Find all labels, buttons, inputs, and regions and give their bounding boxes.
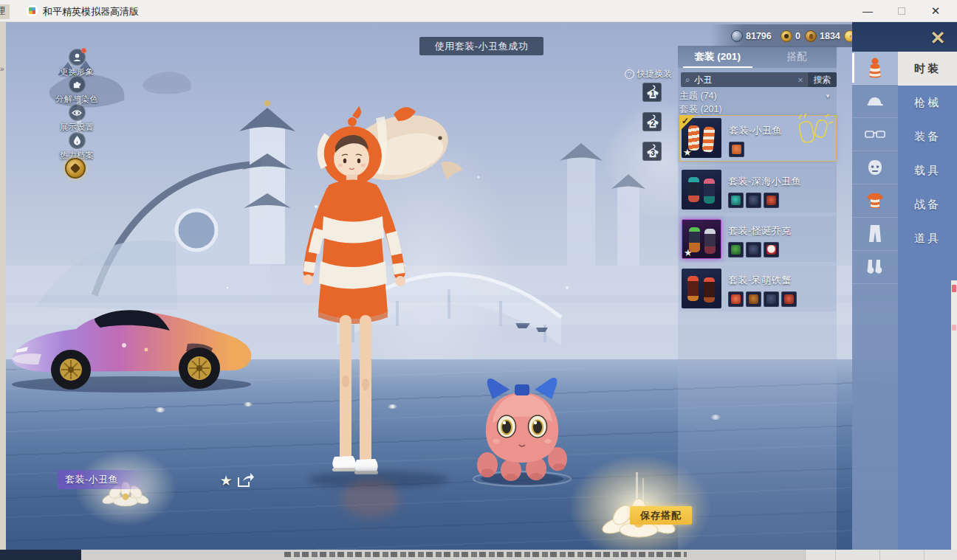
background-window-bottom [0, 550, 957, 560]
water-flower [244, 402, 253, 407]
sub-item-thumb[interactable] [746, 193, 761, 208]
sub-item-thumb[interactable] [764, 193, 779, 208]
clear-search-icon[interactable]: ✕ [794, 76, 807, 84]
category-label: 战备 [914, 198, 941, 212]
equipped-doodle-icon [793, 113, 834, 150]
close-button[interactable]: ✕ [923, 24, 953, 51]
minimize-button[interactable]: — [855, 0, 880, 22]
socks-icon [866, 259, 884, 275]
category-label: 载具 [914, 164, 941, 178]
outfit-thumbnail [682, 170, 721, 210]
maximize-icon [898, 7, 905, 15]
menu-heat-profile[interactable]: 热力档案 [53, 132, 100, 159]
favorite-button[interactable]: ★ [216, 471, 236, 490]
outfit-item-deepsea-clownfish[interactable]: 套装-深海小丑鱼 [679, 167, 837, 212]
menu-change-avatar[interactable]: 更换形象 [53, 49, 100, 75]
search-button[interactable]: 搜索 [807, 72, 837, 87]
menu-display-settings[interactable]: 展示设置 [53, 104, 100, 131]
sub-items [728, 291, 797, 307]
quick-slot-2[interactable]: 2 [642, 112, 662, 131]
quick-slot-1[interactable]: 1 [642, 83, 662, 102]
category-tab-vehicles[interactable]: 载具 [898, 153, 957, 187]
slot-number: 2 [643, 120, 662, 128]
outfit-item-joker[interactable]: ★ 套装-怪诞乔克 [679, 216, 837, 262]
tab-outfits[interactable]: 套装 (201) [678, 46, 758, 68]
category-tab-weapons[interactable]: 枪械 [898, 86, 957, 120]
category-label: 道具 [914, 232, 941, 246]
category-tab-fashion[interactable]: 时装 [898, 52, 957, 86]
dye-icon [69, 76, 86, 93]
menu-label: 展示设置 [53, 122, 100, 133]
silver-coin-icon [731, 30, 743, 42]
category-tab-battle[interactable]: 战备 [898, 187, 957, 221]
quick-change-header[interactable]: ? 快捷换装 [625, 68, 672, 80]
outfit-item-clownfish[interactable]: ★ 套装-小丑鱼 ✓ [679, 115, 837, 162]
currency-gold: 0 [781, 30, 800, 42]
mask-icon [866, 159, 884, 176]
category-label: 枪械 [914, 96, 941, 110]
slot-number: 3 [643, 149, 662, 157]
slot-tab-pants[interactable] [852, 218, 898, 251]
theme-filter-row[interactable]: 主题 (74) ▼ [679, 90, 837, 103]
outfit-name: 套装-深海小丑鱼 [728, 175, 801, 188]
sub-item-thumb[interactable] [728, 242, 744, 257]
slot-tab-outfit[interactable] [852, 52, 898, 85]
sub-item-thumb[interactable] [746, 291, 761, 307]
background-window-edge-right [951, 280, 957, 550]
outfit-item-iron-crab[interactable]: 套装-呆萌铁蟹 [679, 266, 837, 311]
tab-label: 搭配 [787, 50, 807, 63]
favorite-star-icon: ★ [683, 147, 692, 158]
sub-item-thumb[interactable] [781, 291, 797, 307]
notification-dot [81, 48, 86, 53]
background-window-edge-left: » [0, 22, 6, 550]
avatar-icon [69, 49, 86, 66]
quick-slot-3[interactable]: 3 [642, 142, 662, 161]
currency-value: 1834 [820, 31, 840, 41]
current-outfit-label: 套装-小丑鱼 [58, 470, 148, 489]
water-flower [155, 407, 165, 412]
bronze-coin-icon [805, 30, 817, 42]
flame-icon [69, 132, 86, 149]
save-loadout-button[interactable]: 保存搭配 [630, 506, 692, 525]
sub-item-thumb[interactable] [764, 242, 779, 257]
tab-label: 套装 (201) [695, 50, 741, 63]
help-icon[interactable]: ? [625, 69, 634, 79]
sub-item-thumb[interactable] [729, 142, 744, 157]
share-button[interactable] [236, 472, 254, 488]
sub-item-thumb[interactable] [728, 291, 744, 307]
chevron-down-icon: ▼ [825, 93, 831, 100]
tab-mix-match[interactable]: 搭配 [758, 46, 837, 68]
sub-item-thumb[interactable] [746, 242, 761, 257]
slot-tab-cap[interactable] [852, 85, 898, 118]
pants-icon [868, 224, 882, 243]
outfit-label-text: 套装-小丑鱼 [65, 473, 118, 486]
category-label: 装备 [914, 130, 941, 144]
slot-tab-glasses[interactable] [852, 118, 898, 151]
slot-tab-top[interactable] [852, 184, 898, 218]
sub-items [728, 193, 779, 208]
clipped-text-fragment [284, 552, 687, 557]
character-reflection [341, 480, 400, 518]
category-tab-items[interactable]: 道具 [898, 221, 957, 255]
sub-items [729, 142, 744, 157]
outfit-name: 套装-呆萌铁蟹 [728, 274, 792, 287]
outfit-name: 套装-小丑鱼 [729, 124, 782, 137]
window-title: 和平精英模拟器高清版 [43, 5, 139, 18]
slot-number: 1 [643, 90, 662, 98]
slot-tab-mask[interactable] [852, 151, 898, 184]
outfit-name: 套装-怪诞乔克 [728, 224, 792, 238]
share-icon [236, 472, 254, 488]
search-input[interactable]: 小丑 [694, 74, 794, 86]
app-window: 使用套装-小丑鱼成功 81796 0 1834 750787 ✕ [0, 0, 957, 560]
sub-item-thumb[interactable] [728, 193, 744, 208]
slot-tab-socks[interactable] [852, 251, 898, 284]
maximize-button[interactable] [889, 0, 914, 22]
search-icon: ⌕ [681, 75, 694, 85]
outfit-thumbnail: ★ [682, 219, 721, 259]
window-close-button[interactable]: ✕ [923, 0, 948, 22]
season-badge-icon[interactable] [65, 158, 87, 183]
quick-change-label: 快捷换装 [637, 68, 672, 80]
menu-dismantle-dye[interactable]: 分解与染色 [53, 76, 100, 103]
sub-item-thumb[interactable] [764, 291, 779, 307]
category-tab-gear[interactable]: 装备 [898, 120, 957, 153]
